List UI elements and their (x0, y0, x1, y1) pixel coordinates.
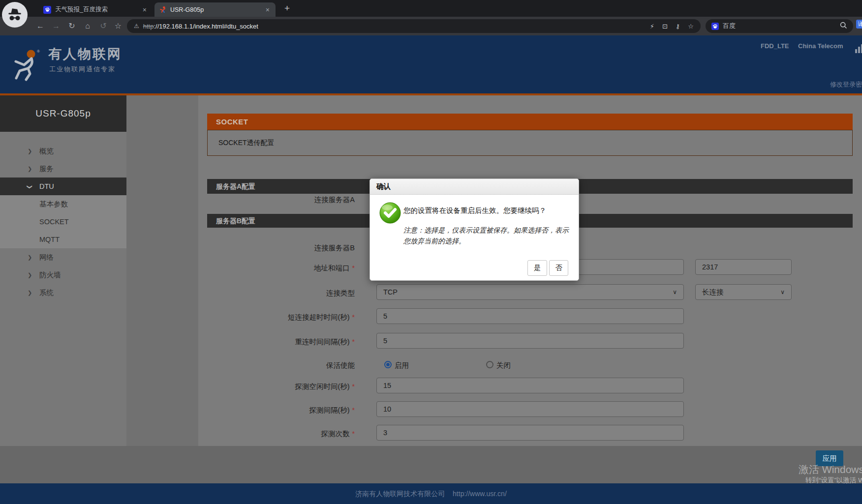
sidebar-item-label: 系统 (39, 289, 54, 296)
required-asterisk: * (352, 313, 355, 321)
port-input[interactable] (695, 259, 792, 275)
no-button[interactable]: 否 (549, 260, 568, 276)
label-text: 短连接超时时间(秒) (288, 313, 350, 321)
star-icon[interactable]: ☆ (688, 23, 694, 30)
sidebar-item-label: 防火墙 (39, 271, 61, 279)
url-scheme: http (143, 23, 154, 30)
selected-value: 长连接 (702, 285, 724, 299)
confirm-dialog: 确认 您的设置将在设备重启后生效。您要继续吗？ 注意：选择是，仅表示设置被保存。… (369, 178, 579, 281)
probe-idle-time-input[interactable] (376, 378, 684, 393)
connection-type-select[interactable]: TCP ∨ (376, 284, 684, 300)
reconnect-interval-input[interactable] (376, 333, 684, 349)
connection-mode-select[interactable]: 长连接 ∨ (695, 284, 792, 300)
radio-enable-label[interactable]: 启用 (395, 361, 409, 370)
page-bottom-strip (0, 446, 862, 483)
page-title: SOCKET (207, 114, 853, 130)
back-icon[interactable]: ← (34, 20, 46, 32)
not-secure-icon[interactable]: ⚠ (134, 23, 139, 30)
chevron-down-icon: ❯ (21, 184, 39, 189)
tab-close-icon[interactable]: × (264, 6, 272, 14)
svg-text:®: ® (37, 49, 40, 54)
brand-slogan: 工业物联网通信专家 (49, 65, 116, 74)
probe-interval-input[interactable] (376, 401, 684, 417)
new-tab-button[interactable]: + (281, 1, 293, 15)
sidebar-item-overview[interactable]: ❯ 概览 (0, 142, 126, 160)
sidebar-item-mqtt[interactable]: MQTT (0, 231, 126, 248)
search-icon[interactable] (840, 22, 847, 31)
undo-icon[interactable]: ↺ (97, 20, 109, 32)
forward-icon[interactable]: → (50, 20, 62, 32)
tab-usr-g805p[interactable]: USR-G805p × (154, 2, 276, 17)
sidebar-item-socket[interactable]: SOCKET (0, 213, 126, 231)
sidebar-item-label: MQTT (39, 236, 60, 243)
scan-icon[interactable]: ⊡ (662, 23, 668, 30)
label-text: 探测次数 (321, 430, 350, 438)
sidebar-item-services[interactable]: ❯ 服务 (0, 160, 126, 178)
chevron-right-icon: ❯ (28, 142, 32, 160)
label-text: 保活使能 (326, 361, 355, 369)
label-probe-count: 探测次数* (207, 429, 355, 439)
label-reconnect-interval: 重连时间间隔(秒)* (207, 337, 355, 347)
footer-company: 济南有人物联网技术有限公司 (355, 490, 445, 498)
label-probe-idle-time: 探测空闲时间(秒)* (207, 382, 355, 391)
reload-icon[interactable]: ↻ (66, 20, 78, 32)
chevron-down-icon: ∨ (780, 285, 785, 299)
label-text: 连接类型 (326, 289, 355, 297)
sidebar-item-label: SOCKET (39, 218, 69, 226)
label-connect-server-b: 连接服务器B (207, 243, 355, 253)
change-password-link[interactable]: 修改登录密码 (830, 80, 862, 89)
radio-enable[interactable] (384, 361, 392, 368)
footer-url[interactable]: http://www.usr.cn/ (453, 490, 507, 498)
baidu-favicon (43, 6, 51, 14)
label-text: 连接服务器A (314, 196, 355, 204)
required-asterisk: * (352, 338, 355, 346)
sidebar-item-firewall[interactable]: ❯ 防火墙 (0, 266, 126, 284)
tab-title: USR-G805p (170, 6, 261, 13)
device-name: USR-G805p (0, 95, 126, 132)
screen: { "browser": { "tabs": [ {"title": "天气预报… (0, 0, 862, 504)
chevron-right-icon: ❯ (28, 248, 32, 266)
sidebar-item-dtu[interactable]: ❯ DTU (0, 178, 126, 195)
home-icon[interactable]: ⌂ (82, 20, 93, 32)
label-connect-server-a: 连接服务器A (207, 195, 355, 205)
label-short-conn-timeout: 短连接超时时间(秒)* (207, 313, 355, 322)
sidebar-item-label: 服务 (39, 165, 54, 173)
url-text: ://192.168.1.1/index.html#dtu_socket (154, 23, 258, 30)
windows-activation-hint: 转到“设置”以激活 Windows。 (805, 476, 862, 485)
sidebar-item-label: 网络 (39, 253, 54, 261)
baidu-icon (711, 23, 719, 30)
chevron-right-icon: ❯ (28, 160, 32, 178)
tab-close-icon[interactable]: × (141, 6, 149, 14)
bookmark-star-icon[interactable]: ☆ (112, 20, 124, 32)
search-engine-label: 百度 (723, 22, 736, 30)
translate-icon[interactable]: 译 (856, 20, 862, 29)
brand-title: 有人物联网 (48, 45, 122, 63)
tab-weather[interactable]: 天气预报_百度搜索 × (39, 2, 153, 17)
sidebar-menu: ❯ 概览 ❯ 服务 ❯ DTU 基本参数 SOCKET MQTT ❯ 网络 ❯ … (0, 142, 126, 301)
short-conn-timeout-input[interactable] (376, 308, 684, 324)
sidebar-item-system[interactable]: ❯ 系统 (0, 284, 126, 301)
address-bar[interactable]: ⚠ http ://192.168.1.1/index.html#dtu_soc… (127, 19, 701, 33)
key-icon[interactable]: ⚷ (676, 23, 680, 30)
sidebar-item-basic-params[interactable]: 基本参数 (0, 195, 126, 213)
usr-favicon (158, 6, 166, 14)
windows-activation-watermark: 激活 Windows (799, 463, 862, 476)
radio-disable-label[interactable]: 关闭 (496, 361, 511, 370)
label-keepalive-enable: 保活使能 (207, 361, 355, 370)
baidu-search-box[interactable]: 百度 (706, 19, 853, 33)
radio-disable[interactable] (486, 361, 493, 368)
probe-count-input[interactable] (376, 425, 684, 441)
dialog-note-line1: 注意：选择是，仅表示设置被保存。如果选择否，表示 (403, 226, 569, 235)
page-header: ® 有人物联网 工业物联网通信专家 FDD_LTE China Telecom … (0, 35, 862, 93)
usr-logo: ® (11, 47, 45, 82)
browser-toolbar: ← → ↻ ⌂ ↺ ☆ ⚠ http ://192.168.1.1/index.… (0, 17, 862, 35)
flash-icon[interactable]: ⚡ (650, 23, 654, 30)
sidebar-item-label: 概览 (39, 147, 54, 155)
network-mode: FDD_LTE (761, 42, 789, 50)
yes-button[interactable]: 是 (527, 260, 547, 276)
incognito-icon (2, 2, 28, 28)
page-footer: 济南有人物联网技术有限公司 http://www.usr.cn/ (0, 483, 862, 504)
page-description: SOCKET透传配置 (207, 130, 853, 156)
sidebar-item-network[interactable]: ❯ 网络 (0, 248, 126, 266)
sidebar-item-label: DTU (39, 182, 54, 190)
